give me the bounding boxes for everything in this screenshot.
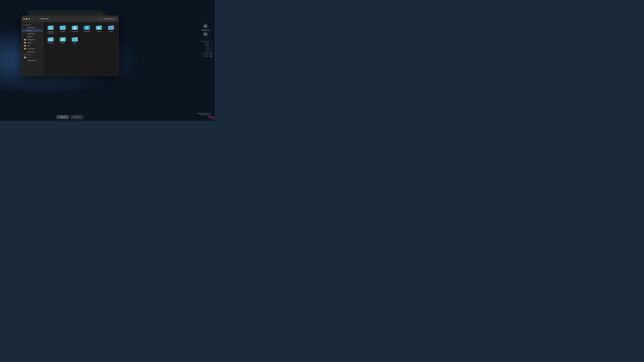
svg-rect-6	[74, 27, 76, 29]
search-label: Search	[107, 18, 112, 20]
creative-cloud-folder-icon	[47, 25, 54, 30]
tm-month-aug: August	[199, 52, 212, 53]
traffic-lights	[23, 18, 30, 20]
pictures-folder-icon	[47, 36, 54, 42]
toolbar-nav: ‹ ›	[32, 17, 38, 20]
sidebar-item-macintosh-hd[interactable]: 💾 ••••••••••	[22, 56, 42, 59]
folder-desktop[interactable]: Desktop	[57, 24, 68, 34]
downloads-sidebar-icon: ⬇	[24, 51, 26, 53]
sidebar-item-label: Videos	[27, 42, 32, 43]
sidebar-item-fcp-cache[interactable]: 📁 FCP Cache	[22, 47, 42, 50]
folder-label: Creative Cloud Files	[46, 31, 55, 34]
folder-music[interactable]: ♪ Music	[106, 24, 116, 34]
minimize-button[interactable]	[26, 18, 27, 20]
search-box[interactable]: 🔍 Search	[103, 18, 117, 20]
folder-public[interactable]: Public	[57, 36, 68, 45]
favorites-section-label: Favorites	[22, 23, 43, 26]
sidebar-item-desktop[interactable]: 🖥 Desktop	[22, 35, 42, 38]
desktop-icon: 🖥	[24, 36, 26, 37]
tmp-folder-icon	[72, 36, 78, 42]
path-pixel-text	[39, 18, 48, 19]
folder-pictures[interactable]: Pictures	[45, 36, 56, 45]
folder-label: Desktop	[60, 31, 65, 32]
info-button[interactable]: ℹ	[93, 17, 96, 20]
cancel-button[interactable]: Cancel	[56, 115, 69, 119]
finder-body: Favorites ☁ iCloud Drive ⌂ •••••••• ⚙ Ap…	[22, 22, 118, 76]
sidebar-item-label: ••••••••••	[27, 57, 31, 58]
folder-label: tmp	[74, 42, 76, 44]
cole-icon: 📁	[24, 45, 26, 46]
folder-label: Music	[109, 31, 113, 32]
sidebar-item-icloud-drive[interactable]: ☁ iCloud Drive	[22, 26, 42, 29]
tm-date-label: Saturday, October 30, 2021 at 1:41 AM	[194, 113, 210, 116]
sidebar-item-label: ••••••••	[27, 30, 31, 31]
sidebar-item-label: Downloads	[27, 51, 34, 53]
sidebar-item-label: Editing Files	[27, 39, 35, 40]
sidebar-item-label: iCloud Drive	[27, 27, 35, 28]
folder-label: Movies	[97, 31, 101, 32]
sidebar-item-label: Desktop	[27, 36, 32, 37]
tm-up-button[interactable]: ▲	[203, 23, 208, 28]
folder-label: Downloads	[84, 31, 90, 32]
folder-documents[interactable]: Documents	[70, 24, 80, 34]
folder-label: Pictures	[48, 42, 53, 44]
forward-button[interactable]: ›	[35, 17, 38, 20]
folder-grid: Creative Cloud Files Desktop	[45, 24, 116, 45]
maximize-button[interactable]	[28, 18, 30, 20]
delete-button[interactable]: 🗑	[100, 17, 102, 20]
sidebar-item-editing-files[interactable]: 📁 Editing Files	[22, 38, 42, 41]
tm-month-feb: February	[199, 42, 212, 44]
tm-month-mar: March	[199, 44, 212, 46]
folder-label: Public	[61, 42, 64, 44]
editing-files-icon: 📁	[24, 39, 26, 40]
sidebar-item-videos[interactable]: 📁 Videos	[22, 41, 42, 44]
documents-folder-icon	[72, 25, 78, 30]
downloads-folder-icon	[84, 25, 90, 30]
time-machine-icon: ⏱	[24, 59, 26, 61]
folder-label: Documents	[72, 31, 78, 32]
search-icon: 🔍	[104, 18, 106, 20]
sidebar-item-label: Applications	[27, 33, 35, 34]
tm-timeline: January 2021 February March April May Ju…	[199, 40, 212, 121]
tm-now-bar	[208, 117, 215, 117]
folder-creative-cloud[interactable]: Creative Cloud Files	[45, 24, 56, 34]
applications-icon: ⚙	[24, 33, 26, 34]
tm-down-button[interactable]: ▼	[203, 32, 208, 37]
time-machine-sidebar: ▲ Today (Now) ▼ January 2021 February Ma…	[194, 0, 215, 121]
bottom-buttons: Cancel Restore	[21, 115, 118, 119]
folder-downloads[interactable]: Downloads	[82, 24, 92, 34]
folder-movies[interactable]: Movies	[94, 24, 104, 34]
music-folder-icon: ♪	[108, 25, 114, 30]
finder-window: ‹ › ≡ ℹ ↑ 🗑 🔍 Search	[21, 15, 118, 76]
icloud-drive-icon: ☁	[24, 27, 26, 28]
movies-folder-icon	[96, 25, 102, 30]
tm-month-jan: January 2021	[199, 40, 212, 42]
sidebar-item-downloads[interactable]: ⬇ Downloads	[22, 50, 42, 53]
svg-text:♪: ♪	[110, 26, 112, 29]
sidebar-item-label: Time Machine	[27, 60, 36, 61]
tm-month-sep: September	[199, 53, 212, 55]
desktop-folder-icon	[59, 25, 66, 30]
sidebar-item-label: FCP Cache	[27, 48, 35, 50]
back-button[interactable]: ‹	[32, 17, 35, 20]
restore-button[interactable]: Restore	[70, 115, 83, 119]
public-folder-icon	[59, 36, 66, 42]
share-button[interactable]: ↑	[96, 17, 99, 20]
finder-sidebar: Favorites ☁ iCloud Drive ⌂ •••••••• ⚙ Ap…	[22, 22, 43, 76]
folder-tmp[interactable]: tmp	[70, 36, 80, 45]
tm-month-may: May	[199, 48, 212, 49]
sidebar-item-time-machine[interactable]: ⏱ Time Machine	[22, 59, 42, 62]
sidebar-item-applications[interactable]: ⚙ Applications	[22, 32, 42, 35]
toolbar-actions: ≡ ℹ ↑ 🗑	[90, 17, 102, 20]
sidebar-item-label: Cole	[27, 45, 30, 46]
tm-month-jul: July	[199, 50, 212, 51]
fcp-cache-icon: 📁	[24, 48, 26, 50]
tm-now-text: Now	[211, 118, 214, 119]
locations-section-label: Locations	[22, 53, 43, 56]
sidebar-item-cole[interactable]: 📁 Cole	[22, 44, 42, 47]
path-label	[39, 18, 88, 19]
close-button[interactable]	[23, 18, 25, 20]
sidebar-item-home[interactable]: ⌂ ••••••••	[22, 29, 42, 32]
view-toggle-button[interactable]: ≡	[90, 17, 92, 20]
videos-icon: 📁	[24, 42, 26, 43]
